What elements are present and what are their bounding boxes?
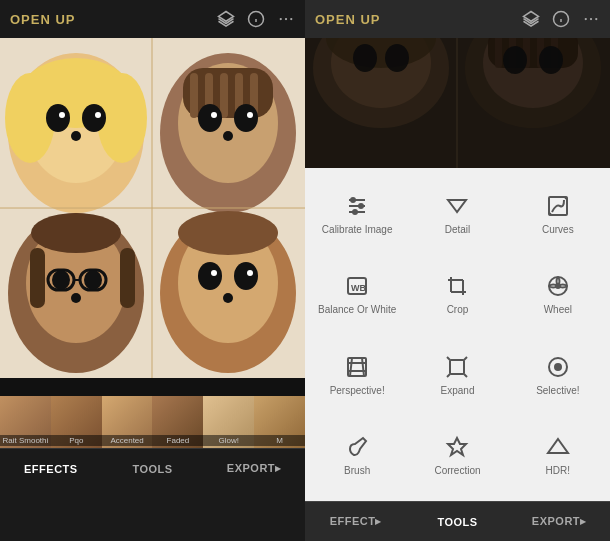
svg-line-104 bbox=[464, 374, 467, 377]
tool-curves[interactable]: Curves bbox=[510, 176, 606, 252]
svg-point-80 bbox=[351, 198, 355, 202]
sliders-icon bbox=[345, 192, 369, 220]
thumb-3[interactable]: Accented bbox=[102, 378, 153, 448]
tool-expand-label: Expand bbox=[441, 385, 475, 397]
tools-grid: Calibrate Image Detail Curves bbox=[305, 168, 610, 501]
right-header: OPEN UP bbox=[305, 0, 610, 38]
right-info-icon[interactable] bbox=[552, 10, 570, 28]
info-icon[interactable] bbox=[247, 10, 265, 28]
tool-wheel[interactable]: Wheel bbox=[510, 256, 606, 332]
svg-point-42 bbox=[71, 293, 81, 303]
hdr-icon bbox=[546, 433, 570, 461]
tool-perspective[interactable]: Perspective! bbox=[309, 337, 405, 413]
svg-point-50 bbox=[223, 293, 233, 303]
tool-hdr[interactable]: HDR! bbox=[510, 417, 606, 493]
svg-point-94 bbox=[556, 284, 560, 288]
wb-icon: WB bbox=[345, 272, 369, 300]
correction-icon bbox=[445, 433, 469, 461]
thumb-5[interactable]: Glow! bbox=[203, 378, 254, 448]
tool-wb[interactable]: WB Balance Or White bbox=[309, 256, 405, 332]
svg-rect-35 bbox=[30, 248, 45, 308]
tool-brush-label: Brush bbox=[344, 465, 370, 477]
thumb-5-label: Glow! bbox=[203, 435, 254, 446]
tool-curves-label: Curves bbox=[542, 224, 574, 236]
wheel-icon bbox=[546, 272, 570, 300]
right-nav-tools[interactable]: TOOLS bbox=[407, 502, 509, 541]
selective-icon bbox=[546, 353, 570, 381]
svg-marker-107 bbox=[548, 439, 568, 453]
thumb-4-label: Faded bbox=[152, 435, 203, 446]
tool-brush[interactable]: Brush bbox=[309, 417, 405, 493]
left-header: OPEN UP bbox=[0, 0, 305, 38]
svg-rect-21 bbox=[190, 73, 198, 118]
tool-calibrate[interactable]: Calibrate Image bbox=[309, 176, 405, 252]
tool-crop-label: Crop bbox=[447, 304, 469, 316]
tool-wb-label: Balance Or White bbox=[318, 304, 396, 316]
tool-perspective-label: Perspective! bbox=[330, 385, 385, 397]
svg-rect-36 bbox=[120, 248, 135, 308]
svg-rect-76 bbox=[305, 38, 610, 168]
right-panel: OPEN UP bbox=[305, 0, 610, 541]
right-nav-export[interactable]: EXPORT▸ bbox=[508, 502, 610, 541]
svg-point-46 bbox=[198, 262, 222, 290]
right-more-icon[interactable] bbox=[582, 10, 600, 28]
svg-text:WB: WB bbox=[351, 283, 366, 293]
svg-point-48 bbox=[211, 270, 217, 276]
thumb-6[interactable]: M bbox=[254, 378, 305, 448]
svg-point-5 bbox=[285, 18, 287, 20]
left-nav-tools[interactable]: TOOLS bbox=[102, 449, 204, 488]
perspective-icon bbox=[345, 353, 369, 381]
tool-expand[interactable]: Expand bbox=[409, 337, 505, 413]
svg-point-6 bbox=[290, 18, 292, 20]
tool-detail-label: Detail bbox=[445, 224, 471, 236]
right-header-icons bbox=[522, 10, 600, 28]
curves-icon bbox=[546, 192, 570, 220]
svg-point-16 bbox=[95, 112, 101, 118]
svg-point-57 bbox=[590, 18, 592, 20]
svg-point-30 bbox=[223, 131, 233, 141]
svg-point-41 bbox=[84, 270, 102, 290]
svg-point-15 bbox=[59, 112, 65, 118]
svg-rect-100 bbox=[450, 360, 464, 374]
svg-line-101 bbox=[447, 357, 450, 360]
right-preview-svg bbox=[305, 38, 610, 168]
svg-line-103 bbox=[447, 374, 450, 377]
left-nav-effects[interactable]: Effects bbox=[0, 449, 102, 488]
main-image-svg bbox=[0, 38, 305, 378]
layers-icon[interactable] bbox=[217, 10, 235, 28]
tool-selective[interactable]: Selective! bbox=[510, 337, 606, 413]
svg-point-49 bbox=[247, 270, 253, 276]
main-image bbox=[0, 38, 305, 378]
thumb-2[interactable]: Pqo bbox=[51, 378, 102, 448]
triangle-down-icon bbox=[445, 192, 469, 220]
thumbnail-strip: Rait Smoothi Pqo Accented Faded Glow! M bbox=[0, 378, 305, 448]
crop-icon bbox=[445, 272, 469, 300]
svg-point-81 bbox=[359, 204, 363, 208]
svg-line-96 bbox=[350, 358, 352, 376]
thumb-1[interactable]: Rait Smoothi bbox=[0, 378, 51, 448]
svg-point-14 bbox=[82, 104, 106, 132]
svg-point-40 bbox=[52, 270, 70, 290]
left-bottom-nav: Effects TOOLS EXPORT▸ bbox=[0, 448, 305, 488]
svg-point-56 bbox=[585, 18, 587, 20]
right-layers-icon[interactable] bbox=[522, 10, 540, 28]
svg-point-58 bbox=[595, 18, 597, 20]
svg-point-28 bbox=[211, 112, 217, 118]
svg-point-29 bbox=[247, 112, 253, 118]
tool-correction-label: Correction bbox=[434, 465, 480, 477]
thumb-4[interactable]: Faded bbox=[152, 378, 203, 448]
tool-detail[interactable]: Detail bbox=[409, 176, 505, 252]
right-nav-effects[interactable]: EFFECT▸ bbox=[305, 502, 407, 541]
right-bottom-nav: EFFECT▸ TOOLS EXPORT▸ bbox=[305, 501, 610, 541]
svg-point-45 bbox=[178, 211, 278, 255]
left-app-title: OPEN UP bbox=[10, 12, 76, 27]
left-nav-export[interactable]: EXPORT▸ bbox=[203, 449, 305, 488]
tool-crop[interactable]: Crop bbox=[409, 256, 505, 332]
tool-hdr-label: HDR! bbox=[546, 465, 570, 477]
brush-icon bbox=[345, 433, 369, 461]
tool-correction[interactable]: Correction bbox=[409, 417, 505, 493]
svg-point-27 bbox=[234, 104, 258, 132]
thumb-1-label: Rait Smoothi bbox=[0, 435, 51, 446]
more-icon[interactable] bbox=[277, 10, 295, 28]
right-app-title: OPEN UP bbox=[315, 12, 381, 27]
